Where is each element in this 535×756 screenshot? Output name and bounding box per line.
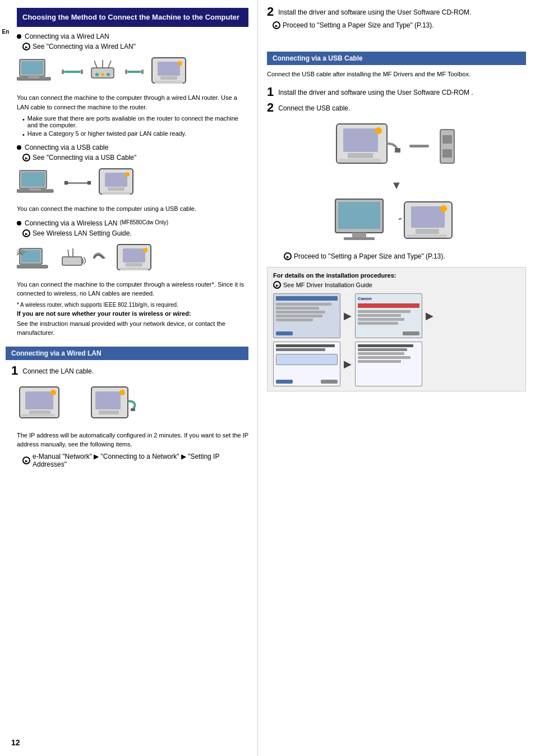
screen2-line4	[358, 322, 398, 325]
svg-rect-19	[29, 188, 41, 190]
screen2-line3	[358, 318, 404, 321]
svg-rect-38	[29, 411, 50, 414]
install-bold-title: For details on the installation procedur…	[273, 272, 520, 279]
screen3-line2	[276, 348, 325, 351]
usb-printer-top-icon	[331, 118, 404, 174]
screen1-line4	[276, 315, 322, 317]
bullet-dot-wired	[17, 34, 21, 39]
svg-rect-43	[99, 411, 119, 414]
install-see-text: See MF Driver Installation Guide	[283, 282, 372, 288]
svg-line-5	[94, 61, 97, 68]
screen4-line2	[358, 348, 407, 351]
svg-rect-33	[126, 263, 142, 266]
screen1-btn1	[276, 331, 293, 335]
wired-lan-sub1: • Make sure that there are ports availab…	[22, 115, 248, 128]
screen4-line4	[358, 356, 411, 359]
svg-rect-26	[21, 250, 40, 262]
screen3-btn1	[276, 380, 293, 384]
install-see-link: See MF Driver Installation Guide	[273, 281, 520, 289]
wired-step2-see: Proceed to "Setting a Paper Size and Typ…	[273, 21, 526, 29]
svg-rect-57	[352, 233, 366, 237]
left-column: Choosing the Method to Connect the Machi…	[0, 0, 258, 756]
svg-point-39	[50, 390, 56, 395]
wired-lan-bullet: Connecting via a Wired LAN	[17, 33, 248, 40]
install-screen3	[273, 342, 340, 386]
screen3-field	[276, 354, 338, 365]
bullet-dot-wireless	[17, 221, 21, 225]
right-column: 2 Install the driver and software using …	[258, 0, 535, 756]
wired-step1-num: 1	[11, 365, 18, 377]
lan-cable2-icon	[125, 70, 144, 74]
svg-point-23	[125, 172, 130, 177]
wired-step1-body: The IP address will be automatically con…	[17, 431, 248, 449]
circle-arrow-usb-see	[284, 252, 292, 260]
usb-cable-illustration	[17, 166, 248, 200]
svg-rect-24	[102, 192, 130, 195]
svg-rect-15	[155, 81, 183, 84]
screen1-line2	[276, 307, 319, 310]
svg-point-10	[107, 73, 110, 76]
svg-point-34	[143, 248, 147, 252]
usb-conn-illustration: ▼	[267, 118, 526, 247]
laptop-wireless-icon	[17, 243, 53, 274]
printer-usb-bottom-icon	[399, 196, 460, 247]
wired-lan-sub2: • Have a Category 5 or higher twisted pa…	[22, 130, 248, 138]
tri-arrow-icon: ▶	[344, 310, 352, 322]
install-screen2: Canon	[355, 293, 422, 338]
svg-rect-48	[348, 153, 373, 158]
printer-lan1-icon	[17, 381, 84, 426]
circle-arrow-usb	[22, 154, 30, 162]
svg-rect-47	[343, 128, 378, 152]
svg-rect-17	[21, 172, 45, 187]
printer-usb-icon	[96, 166, 141, 200]
svg-rect-42	[95, 391, 121, 409]
wired-step2-row: 2 Install the driver and software using …	[267, 6, 526, 18]
installation-box: For details on the installation procedur…	[267, 267, 526, 391]
circle-arrow-install	[273, 281, 281, 289]
svg-rect-21	[105, 173, 127, 187]
screen2-bar	[358, 303, 419, 308]
wired-step1-see: e-Manual "Network" ▶ "Connecting to a Ne…	[22, 453, 248, 468]
wired-step1-see-text: e-Manual "Network" ▶ "Connecting to a Ne…	[33, 453, 248, 468]
usb-cable-mid-icon	[409, 145, 429, 147]
wireless-router-icon	[58, 243, 89, 274]
arrow-down-icon: ▼	[391, 179, 402, 192]
screen2-btn1	[403, 331, 419, 335]
svg-rect-22	[108, 187, 124, 191]
circle-arrow-wired	[22, 43, 30, 50]
circle-arrow-wireless	[22, 229, 30, 237]
svg-rect-13	[160, 76, 177, 80]
svg-rect-60	[411, 206, 445, 228]
wired-step2-num: 2	[267, 6, 274, 18]
wired-step2-see-text: Proceed to "Setting a Paper Size and Typ…	[283, 21, 434, 29]
printer-lan2-icon	[89, 381, 139, 426]
router-icon	[89, 58, 119, 86]
svg-rect-1	[21, 61, 43, 75]
svg-rect-45	[131, 408, 135, 411]
circle-arrow-wired-step1	[22, 457, 30, 464]
page: En Choosing the Method to Connect the Ma…	[0, 0, 535, 756]
usb-cable-bullet-text: Connecting via a USB cable	[25, 144, 108, 151]
usb-connector-icon	[435, 118, 463, 174]
usb-cable-see-text: See "Connecting via a USB Cable"	[33, 154, 136, 162]
svg-rect-53	[442, 135, 452, 144]
monitor-icon	[333, 196, 394, 247]
svg-line-7	[108, 61, 111, 68]
lan-step1-illustration	[17, 381, 248, 426]
svg-rect-35	[120, 268, 148, 270]
screen2-title: Canon	[358, 296, 419, 301]
wired-lan-body: You can connect the machine to the compu…	[17, 93, 248, 112]
screen1-line3	[276, 311, 325, 314]
svg-rect-28	[62, 257, 82, 265]
usb-step2-row: 2 Connect the USB cable.	[267, 102, 526, 114]
install-screen4	[355, 342, 422, 386]
install-screenshots-row1: ▶ Canon ▶	[273, 293, 520, 338]
svg-rect-37	[25, 391, 53, 409]
install-screen1	[273, 293, 340, 338]
tri-arrow3-icon: ▶	[344, 358, 352, 370]
usb-cable-icon	[64, 181, 91, 185]
laptop2-icon	[17, 168, 59, 199]
svg-line-29	[68, 250, 69, 257]
usb-step1-num: 1	[267, 86, 274, 98]
usb-cable-see-link: See "Connecting via a USB Cable"	[22, 154, 248, 162]
